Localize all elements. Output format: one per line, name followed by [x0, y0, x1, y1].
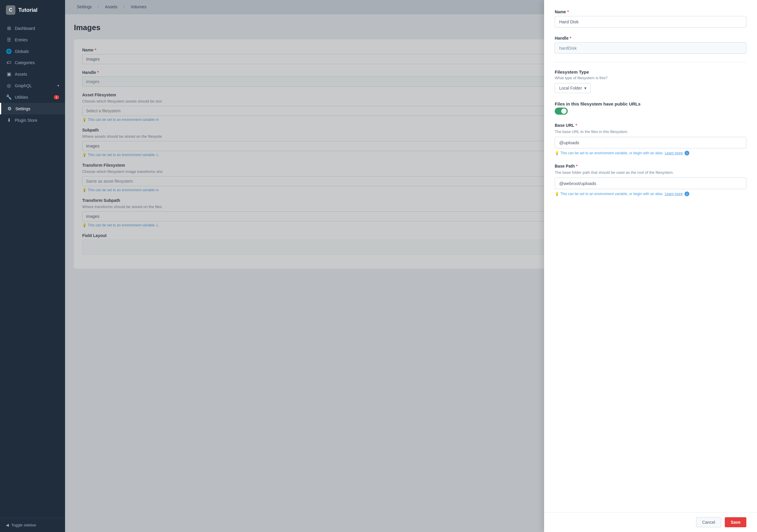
app-logo[interactable]: C Tutorial: [0, 0, 65, 20]
main-content: Settings / Assets / Volumes Images Name …: [65, 0, 757, 532]
globals-icon: 🌐: [6, 48, 12, 54]
base-url-learn-more[interactable]: Learn more: [665, 151, 683, 155]
public-urls-toggle[interactable]: [555, 107, 568, 115]
public-urls-group: Files in this filesystem have public URL…: [555, 102, 746, 115]
side-panel: Name * Handle * Filesystem Type What typ…: [544, 0, 757, 532]
required-indicator: *: [567, 10, 569, 14]
base-url-input[interactable]: [555, 137, 746, 148]
sidebar-item-categories[interactable]: 🏷 Categories: [0, 57, 65, 68]
side-panel-body: Name * Handle * Filesystem Type What typ…: [544, 0, 757, 512]
sidebar-item-label: GraphQL: [15, 83, 32, 88]
side-panel-footer: Cancel Save: [544, 512, 757, 532]
info-icon: i: [684, 192, 689, 196]
plugin-store-icon: ⬇: [6, 117, 12, 123]
sidebar: C Tutorial ⊞ Dashboard ☰ Entries 🌐 Globa…: [0, 0, 65, 532]
toggle-knob: [561, 108, 566, 114]
base-path-label: Base Path *: [555, 164, 746, 168]
required-indicator: *: [570, 36, 571, 41]
utilities-badge: 1: [54, 95, 59, 99]
logo-icon: C: [6, 5, 15, 15]
sidebar-item-plugin-store[interactable]: ⬇ Plugin Store: [0, 114, 65, 126]
sidebar-item-globals[interactable]: 🌐 Globals: [0, 45, 65, 57]
sidebar-item-label: Settings: [15, 106, 30, 111]
sidebar-item-label: Utilities: [15, 95, 28, 100]
base-url-desc: The base URL to the files in this filesy…: [555, 130, 746, 134]
sidebar-item-label: Assets: [15, 72, 27, 76]
toggle-sidebar-label: Toggle sidebar: [11, 523, 36, 527]
filesystem-type-group: Filesystem Type What type of filesystem …: [555, 70, 746, 93]
graphql-icon: ◎: [6, 83, 12, 88]
base-path-group: Base Path * The base folder path that sh…: [555, 164, 746, 196]
toggle-sidebar-icon: ◀: [6, 523, 9, 527]
categories-icon: 🏷: [6, 60, 12, 65]
sidebar-item-label: Globals: [15, 49, 29, 54]
base-path-desc: The base folder path that should be used…: [555, 170, 746, 175]
base-path-input[interactable]: [555, 178, 746, 189]
chevron-down-icon: ▾: [57, 84, 59, 88]
sidebar-item-label: Dashboard: [15, 26, 35, 31]
base-url-group: Base URL * The base URL to the files in …: [555, 123, 746, 156]
sidebar-item-entries[interactable]: ☰ Entries: [0, 34, 65, 45]
filesystem-type-select[interactable]: Local Folder ▾: [555, 83, 591, 93]
filesystem-type-desc: What type of filesystem is this?: [555, 76, 746, 80]
dashboard-icon: ⊞: [6, 25, 12, 31]
save-button[interactable]: Save: [725, 517, 746, 527]
panel-name-input[interactable]: [555, 16, 746, 27]
panel-handle-input[interactable]: [555, 42, 746, 54]
sidebar-item-label: Plugin Store: [15, 118, 37, 123]
required-indicator: *: [576, 164, 578, 168]
hint-icon: 💡: [555, 151, 559, 155]
hint-icon: 💡: [555, 192, 559, 196]
sidebar-item-assets[interactable]: ▣ Assets: [0, 68, 65, 80]
settings-icon: ⚙: [7, 106, 13, 111]
sidebar-bottom: ◀ Toggle sidebar: [0, 518, 65, 532]
filesystem-type-value: Local Folder: [559, 86, 582, 90]
panel-handle-group: Handle *: [555, 36, 746, 54]
assets-icon: ▣: [6, 71, 12, 77]
filesystem-type-label: Filesystem Type: [555, 70, 746, 74]
sidebar-item-label: Entries: [15, 38, 28, 42]
cancel-button[interactable]: Cancel: [696, 517, 721, 527]
base-path-hint: 💡 This can be set to an environment vari…: [555, 192, 746, 196]
sidebar-nav: ⊞ Dashboard ☰ Entries 🌐 Globals 🏷 Catego…: [0, 20, 65, 518]
panel-handle-label: Handle *: [555, 36, 746, 41]
sidebar-item-label: Categories: [15, 60, 35, 65]
info-icon: i: [684, 151, 689, 156]
base-url-hint: 💡 This can be set to an environment vari…: [555, 151, 746, 156]
base-path-learn-more[interactable]: Learn more: [665, 192, 683, 196]
entries-icon: ☰: [6, 37, 12, 43]
chevron-down-icon: ▾: [584, 86, 587, 90]
sidebar-item-settings[interactable]: ⚙ Settings: [0, 103, 65, 114]
public-urls-label: Files in this filesystem have public URL…: [555, 102, 746, 106]
utilities-icon: 🔧: [6, 94, 12, 100]
app-title: Tutorial: [18, 7, 38, 13]
toggle-sidebar-button[interactable]: ◀ Toggle sidebar: [6, 523, 59, 527]
sidebar-item-utilities[interactable]: 🔧 Utilities 1: [0, 91, 65, 103]
public-urls-toggle-wrap: [555, 107, 746, 115]
sidebar-item-dashboard[interactable]: ⊞ Dashboard: [0, 22, 65, 34]
required-indicator: *: [575, 123, 577, 128]
divider: [555, 62, 746, 62]
base-url-label: Base URL *: [555, 123, 746, 128]
sidebar-item-graphql[interactable]: ◎ GraphQL ▾: [0, 80, 65, 91]
panel-name-label: Name *: [555, 10, 746, 14]
panel-name-group: Name *: [555, 10, 746, 27]
